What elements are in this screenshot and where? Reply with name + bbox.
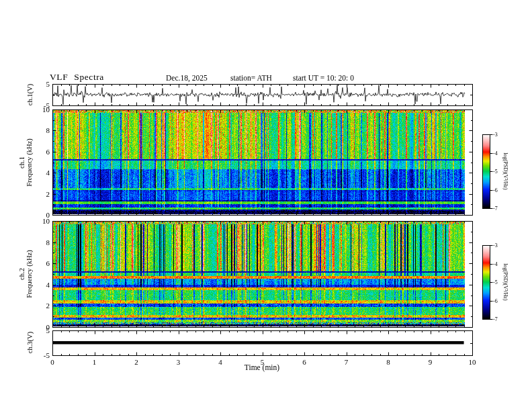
ch2-freq-tick-label: 4 bbox=[46, 281, 50, 289]
colorbar1-label: log(PSD)(V²/Hz) bbox=[502, 152, 508, 189]
colorbar2-tick-label: -7 bbox=[493, 316, 498, 322]
colorbar2-tick-label: -6 bbox=[493, 298, 498, 304]
colorbar2-tick-label: -3 bbox=[493, 242, 498, 248]
x-tick-label: 9 bbox=[429, 358, 433, 366]
ch1-volt-tick-label: 5 bbox=[46, 80, 50, 88]
x-tick-label: 6 bbox=[302, 358, 306, 366]
ch1-volt-tick-label: -5 bbox=[44, 101, 50, 109]
colorbar1-tick-label: -6 bbox=[493, 187, 498, 193]
ch2-freq-tick-label: 10 bbox=[42, 217, 50, 225]
ch1-freq-tick-label: 6 bbox=[46, 148, 50, 156]
colorbar2-label: log(PSD)(V²/Hz) bbox=[502, 263, 508, 300]
x-tick-label: 0 bbox=[50, 358, 54, 366]
x-tick-label: 1 bbox=[93, 358, 97, 366]
ch1-frequency-axis-label: ch.1 Frequency (kHz) bbox=[18, 138, 33, 186]
station-label: station= ATH bbox=[230, 74, 272, 82]
ch2-freq-tick-label: 6 bbox=[46, 259, 50, 267]
ch1-frequency-axis-label-line1: ch.1 bbox=[18, 138, 26, 186]
date-label: Dec.18, 2025 bbox=[166, 74, 208, 82]
ch2-freq-tick-label: 8 bbox=[46, 238, 50, 246]
colorbar1-tick-label: -3 bbox=[493, 132, 498, 138]
ch1-freq-tick-label: 2 bbox=[46, 190, 50, 198]
x-tick-label: 2 bbox=[134, 358, 138, 366]
colorbar2-tick-label: -4 bbox=[493, 261, 498, 267]
ch3-voltage-axis-label: ch.3(V) bbox=[26, 332, 34, 353]
x-tick-label: 4 bbox=[218, 358, 222, 366]
ch1-voltage-axis-label: ch.1(V) bbox=[26, 84, 34, 105]
figure-title: VLF Spectra bbox=[50, 72, 104, 83]
colorbar1-tick-label: -5 bbox=[493, 169, 498, 175]
colorbar1-tick-label: -7 bbox=[493, 205, 498, 212]
plot-canvas bbox=[0, 0, 532, 411]
vlf-spectra-figure: VLF Spectra Dec.18, 2025 station= ATH st… bbox=[0, 0, 532, 411]
ch1-frequency-axis-label-line2: Frequency (kHz) bbox=[26, 138, 33, 186]
ch1-freq-tick-label: 8 bbox=[46, 126, 50, 134]
ch2-frequency-axis-label-line2: Frequency (kHz) bbox=[26, 250, 33, 298]
x-tick-label: 3 bbox=[177, 358, 181, 366]
ch2-frequency-axis-label: ch.2 Frequency (kHz) bbox=[18, 250, 33, 298]
start-ut-label: start UT = 10: 20: 0 bbox=[293, 74, 354, 82]
colorbar1-tick-label: -4 bbox=[493, 150, 498, 156]
ch1-freq-tick-label: 4 bbox=[46, 169, 50, 177]
colorbar2-tick-label: -5 bbox=[493, 279, 498, 285]
ch2-freq-tick-label: 2 bbox=[46, 302, 50, 310]
x-tick-label: 10 bbox=[469, 358, 476, 366]
x-tick-label: 7 bbox=[345, 358, 349, 366]
ch3-volt-tick-label: 5 bbox=[46, 326, 50, 334]
x-tick-label: 8 bbox=[386, 358, 390, 366]
ch2-frequency-axis-label-line1: ch.2 bbox=[18, 250, 26, 298]
ch3-volt-tick-label: -5 bbox=[44, 351, 50, 359]
x-tick-label: 5 bbox=[261, 358, 265, 366]
